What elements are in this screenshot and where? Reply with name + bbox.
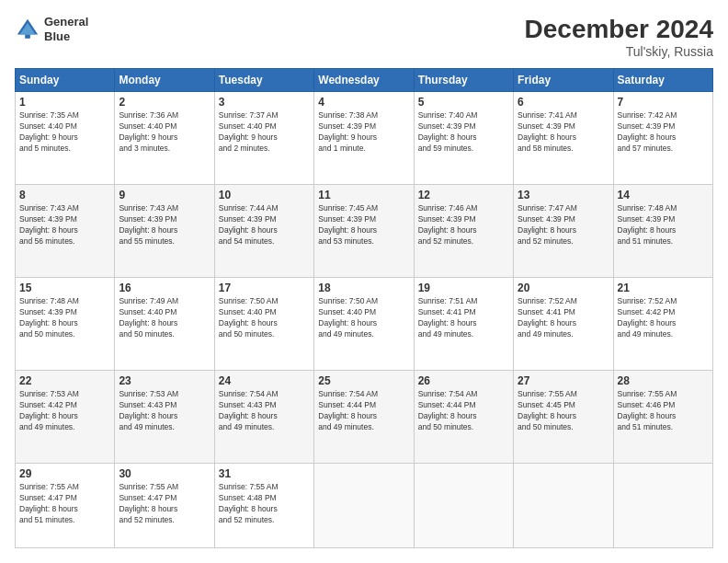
day-number: 24 [219, 374, 310, 387]
col-header-saturday: Saturday [613, 69, 712, 92]
page: General Blue December 2024 Tul'skiy, Rus… [0, 0, 728, 563]
col-header-monday: Monday [115, 69, 214, 92]
day-info: Sunrise: 7:35 AM Sunset: 4:40 PM Dayligh… [19, 110, 110, 155]
calendar-cell: 26Sunrise: 7:54 AM Sunset: 4:44 PM Dayli… [414, 371, 513, 464]
day-info: Sunrise: 7:46 AM Sunset: 4:39 PM Dayligh… [418, 203, 509, 247]
calendar-cell: 8Sunrise: 7:43 AM Sunset: 4:39 PM Daylig… [16, 185, 115, 278]
calendar-cell: 11Sunrise: 7:45 AM Sunset: 4:39 PM Dayli… [314, 185, 414, 278]
calendar-cell: 6Sunrise: 7:41 AM Sunset: 4:39 PM Daylig… [514, 92, 613, 185]
calendar-week-3: 15Sunrise: 7:48 AM Sunset: 4:39 PM Dayli… [16, 278, 713, 371]
calendar-cell: 4Sunrise: 7:38 AM Sunset: 4:39 PM Daylig… [314, 92, 414, 185]
day-info: Sunrise: 7:51 AM Sunset: 4:41 PM Dayligh… [418, 296, 509, 340]
header: General Blue December 2024 Tul'skiy, Rus… [15, 15, 713, 59]
day-info: Sunrise: 7:54 AM Sunset: 4:43 PM Dayligh… [219, 389, 310, 433]
calendar-cell: 28Sunrise: 7:55 AM Sunset: 4:46 PM Dayli… [613, 371, 712, 464]
day-number: 12 [418, 189, 509, 201]
day-info: Sunrise: 7:48 AM Sunset: 4:39 PM Dayligh… [618, 203, 709, 247]
calendar-week-4: 22Sunrise: 7:53 AM Sunset: 4:42 PM Dayli… [16, 371, 713, 464]
day-number: 10 [219, 189, 310, 201]
day-number: 9 [119, 189, 210, 201]
calendar-cell [414, 464, 513, 548]
day-info: Sunrise: 7:49 AM Sunset: 4:40 PM Dayligh… [119, 296, 210, 340]
day-number: 3 [219, 96, 310, 109]
day-info: Sunrise: 7:53 AM Sunset: 4:42 PM Dayligh… [19, 389, 110, 433]
calendar-cell: 14Sunrise: 7:48 AM Sunset: 4:39 PM Dayli… [613, 185, 712, 278]
calendar-cell: 24Sunrise: 7:54 AM Sunset: 4:43 PM Dayli… [214, 371, 313, 464]
calendar-cell [314, 464, 414, 548]
day-number: 18 [318, 282, 409, 294]
calendar-cell: 17Sunrise: 7:50 AM Sunset: 4:40 PM Dayli… [214, 278, 313, 371]
day-info: Sunrise: 7:37 AM Sunset: 4:40 PM Dayligh… [219, 110, 310, 155]
col-header-thursday: Thursday [414, 69, 513, 92]
day-number: 21 [618, 282, 709, 294]
calendar-table: SundayMondayTuesdayWednesdayThursdayFrid… [15, 68, 713, 548]
day-info: Sunrise: 7:55 AM Sunset: 4:45 PM Dayligh… [518, 389, 609, 433]
day-number: 17 [219, 282, 310, 294]
col-header-wednesday: Wednesday [314, 69, 414, 92]
day-info: Sunrise: 7:53 AM Sunset: 4:43 PM Dayligh… [119, 389, 210, 433]
day-number: 8 [19, 189, 110, 201]
day-number: 15 [19, 282, 110, 294]
day-info: Sunrise: 7:50 AM Sunset: 4:40 PM Dayligh… [219, 296, 310, 340]
calendar-cell: 3Sunrise: 7:37 AM Sunset: 4:40 PM Daylig… [214, 92, 313, 185]
day-info: Sunrise: 7:43 AM Sunset: 4:39 PM Dayligh… [19, 203, 110, 247]
day-number: 23 [119, 374, 210, 387]
day-number: 4 [318, 96, 409, 109]
svg-rect-2 [25, 34, 30, 38]
day-number: 1 [19, 96, 110, 109]
calendar-week-1: 1Sunrise: 7:35 AM Sunset: 4:40 PM Daylig… [16, 92, 713, 185]
calendar-week-2: 8Sunrise: 7:43 AM Sunset: 4:39 PM Daylig… [16, 185, 713, 278]
title-block: December 2024 Tul'skiy, Russia [525, 15, 713, 59]
calendar-cell: 19Sunrise: 7:51 AM Sunset: 4:41 PM Dayli… [414, 278, 513, 371]
day-number: 5 [418, 96, 509, 109]
day-info: Sunrise: 7:48 AM Sunset: 4:39 PM Dayligh… [19, 296, 110, 340]
main-title: December 2024 [525, 15, 713, 44]
calendar-cell: 2Sunrise: 7:36 AM Sunset: 4:40 PM Daylig… [115, 92, 214, 185]
calendar-cell: 27Sunrise: 7:55 AM Sunset: 4:45 PM Dayli… [514, 371, 613, 464]
day-info: Sunrise: 7:50 AM Sunset: 4:40 PM Dayligh… [318, 296, 409, 340]
calendar-cell: 18Sunrise: 7:50 AM Sunset: 4:40 PM Dayli… [314, 278, 414, 371]
calendar-cell [514, 464, 613, 548]
calendar-cell: 5Sunrise: 7:40 AM Sunset: 4:39 PM Daylig… [414, 92, 513, 185]
day-number: 16 [119, 282, 210, 294]
calendar-cell: 25Sunrise: 7:54 AM Sunset: 4:44 PM Dayli… [314, 371, 414, 464]
day-info: Sunrise: 7:55 AM Sunset: 4:47 PM Dayligh… [119, 482, 210, 526]
day-number: 19 [418, 282, 509, 294]
day-info: Sunrise: 7:55 AM Sunset: 4:46 PM Dayligh… [618, 389, 709, 433]
logo-icon [15, 17, 40, 42]
day-info: Sunrise: 7:44 AM Sunset: 4:39 PM Dayligh… [219, 203, 310, 247]
day-number: 14 [618, 189, 709, 201]
col-header-tuesday: Tuesday [214, 69, 313, 92]
calendar-cell: 20Sunrise: 7:52 AM Sunset: 4:41 PM Dayli… [514, 278, 613, 371]
day-info: Sunrise: 7:54 AM Sunset: 4:44 PM Dayligh… [318, 389, 409, 433]
calendar-cell: 23Sunrise: 7:53 AM Sunset: 4:43 PM Dayli… [115, 371, 214, 464]
col-header-sunday: Sunday [16, 69, 115, 92]
day-info: Sunrise: 7:40 AM Sunset: 4:39 PM Dayligh… [418, 110, 509, 155]
day-number: 30 [119, 467, 210, 480]
day-info: Sunrise: 7:55 AM Sunset: 4:48 PM Dayligh… [219, 482, 310, 526]
day-info: Sunrise: 7:52 AM Sunset: 4:42 PM Dayligh… [618, 296, 709, 340]
calendar-cell: 16Sunrise: 7:49 AM Sunset: 4:40 PM Dayli… [115, 278, 214, 371]
logo-text: General Blue [44, 15, 88, 43]
day-number: 11 [318, 189, 409, 201]
calendar-cell: 9Sunrise: 7:43 AM Sunset: 4:39 PM Daylig… [115, 185, 214, 278]
day-number: 20 [518, 282, 609, 294]
calendar-cell: 12Sunrise: 7:46 AM Sunset: 4:39 PM Dayli… [414, 185, 513, 278]
logo: General Blue [15, 15, 88, 43]
day-info: Sunrise: 7:36 AM Sunset: 4:40 PM Dayligh… [119, 110, 210, 155]
day-info: Sunrise: 7:47 AM Sunset: 4:39 PM Dayligh… [518, 203, 609, 247]
day-info: Sunrise: 7:38 AM Sunset: 4:39 PM Dayligh… [318, 110, 409, 155]
calendar-cell: 21Sunrise: 7:52 AM Sunset: 4:42 PM Dayli… [613, 278, 712, 371]
day-info: Sunrise: 7:41 AM Sunset: 4:39 PM Dayligh… [518, 110, 609, 155]
calendar-cell: 15Sunrise: 7:48 AM Sunset: 4:39 PM Dayli… [16, 278, 115, 371]
day-number: 13 [518, 189, 609, 201]
calendar-cell: 1Sunrise: 7:35 AM Sunset: 4:40 PM Daylig… [16, 92, 115, 185]
calendar-cell: 13Sunrise: 7:47 AM Sunset: 4:39 PM Dayli… [514, 185, 613, 278]
calendar-cell: 31Sunrise: 7:55 AM Sunset: 4:48 PM Dayli… [214, 464, 313, 548]
day-number: 29 [19, 467, 110, 480]
day-info: Sunrise: 7:42 AM Sunset: 4:39 PM Dayligh… [618, 110, 709, 155]
day-info: Sunrise: 7:43 AM Sunset: 4:39 PM Dayligh… [119, 203, 210, 247]
calendar-cell: 10Sunrise: 7:44 AM Sunset: 4:39 PM Dayli… [214, 185, 313, 278]
day-number: 28 [618, 374, 709, 387]
day-info: Sunrise: 7:45 AM Sunset: 4:39 PM Dayligh… [318, 203, 409, 247]
